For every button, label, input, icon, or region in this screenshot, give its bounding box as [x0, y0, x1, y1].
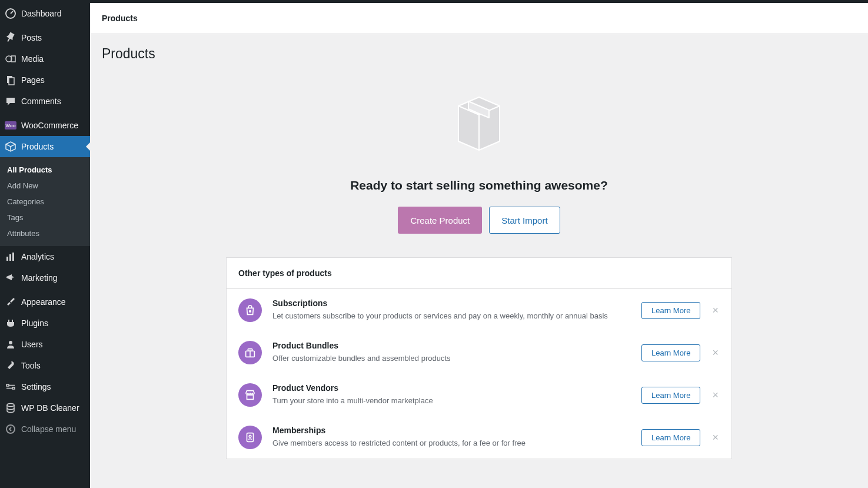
- dashboard-icon: [5, 8, 16, 19]
- svg-rect-19: [247, 395, 254, 399]
- svg-point-13: [7, 404, 14, 407]
- pin-icon: [5, 32, 16, 44]
- close-icon[interactable]: ×: [711, 390, 720, 400]
- page-title: Products: [102, 46, 856, 62]
- analytics-icon: [5, 251, 16, 263]
- other-products-panel: Other types of products Subscriptions Le…: [226, 257, 732, 459]
- submenu-categories[interactable]: Categories: [0, 194, 90, 210]
- svg-point-21: [249, 435, 251, 437]
- sidebar-item-marketing[interactable]: Marketing: [0, 267, 90, 288]
- sidebar-item-label: WooCommerce: [21, 121, 78, 130]
- bag-icon: [238, 298, 262, 322]
- product-type-desc: Turn your store into a multi-vendor mark…: [272, 395, 631, 407]
- product-type-title: Subscriptions: [272, 298, 631, 308]
- woo-icon: Woo: [5, 119, 16, 131]
- svg-rect-4: [9, 78, 14, 85]
- pages-icon: [5, 74, 16, 86]
- sidebar-item-label: Settings: [21, 382, 51, 391]
- sidebar-item-appearance[interactable]: Appearance: [0, 291, 90, 313]
- sidebar-item-wp-db-cleaner[interactable]: WP DB Cleaner: [0, 397, 90, 419]
- breadcrumb: Products: [102, 14, 138, 23]
- users-icon: [5, 338, 16, 350]
- sidebar-item-label: Pages: [21, 75, 45, 85]
- sidebar-item-woocommerce[interactable]: Woo WooCommerce: [0, 115, 90, 136]
- sidebar-item-dashboard[interactable]: Dashboard: [0, 3, 90, 24]
- plugins-icon: [5, 317, 16, 329]
- product-type-row: Product Bundles Offer customizable bundl…: [227, 331, 731, 374]
- sidebar-item-label: Analytics: [21, 252, 54, 261]
- collapse-icon: [5, 423, 16, 435]
- sidebar-item-label: Appearance: [21, 297, 66, 307]
- sidebar-item-label: Collapse menu: [21, 424, 76, 434]
- sidebar-item-label: Posts: [21, 33, 42, 42]
- comment-icon: [5, 95, 16, 107]
- sidebar-item-label: Plugins: [21, 318, 48, 328]
- submenu-all-products[interactable]: All Products: [0, 162, 90, 178]
- product-type-desc: Let customers subscribe to your products…: [272, 310, 631, 322]
- main-content: Products Products Ready to start selling…: [90, 3, 868, 488]
- appearance-icon: [5, 296, 16, 308]
- svg-rect-9: [6, 384, 9, 386]
- svg-point-8: [9, 341, 12, 344]
- sidebar-item-media[interactable]: Media: [0, 48, 90, 69]
- product-type-row: Memberships Give members access to restr…: [227, 416, 731, 459]
- submenu-add-new[interactable]: Add New: [0, 178, 90, 194]
- learn-more-button[interactable]: Learn More: [641, 302, 700, 319]
- sidebar-item-label: Users: [21, 340, 43, 349]
- sidebar-item-plugins[interactable]: Plugins: [0, 313, 90, 334]
- svg-rect-11: [12, 387, 15, 389]
- product-icon: [5, 141, 16, 152]
- product-type-desc: Offer customizable bundles and assembled…: [272, 353, 631, 364]
- db-icon: [5, 402, 16, 414]
- admin-sidebar: Dashboard Posts Media Pages Comments Woo: [0, 3, 90, 488]
- marketing-icon: [5, 272, 16, 284]
- learn-more-button[interactable]: Learn More: [641, 387, 700, 404]
- store-icon: [238, 383, 262, 407]
- empty-state: Ready to start selling something awesome…: [226, 85, 732, 234]
- tools-icon: [5, 360, 16, 371]
- media-icon: [5, 53, 16, 65]
- sidebar-item-comments[interactable]: Comments: [0, 91, 90, 112]
- learn-more-button[interactable]: Learn More: [641, 429, 700, 446]
- sidebar-item-posts[interactable]: Posts: [0, 27, 90, 48]
- close-icon[interactable]: ×: [711, 347, 720, 358]
- svg-rect-17: [248, 349, 252, 351]
- svg-point-14: [6, 425, 15, 433]
- empty-box-icon: [447, 85, 511, 162]
- product-type-title: Product Bundles: [272, 341, 631, 350]
- sidebar-item-tools[interactable]: Tools: [0, 355, 90, 376]
- sidebar-item-label: WP DB Cleaner: [21, 403, 79, 413]
- product-type-row: Product Vendors Turn your store into a m…: [227, 374, 731, 416]
- product-type-title: Memberships: [272, 426, 631, 435]
- learn-more-button[interactable]: Learn More: [641, 344, 700, 361]
- sidebar-item-users[interactable]: Users: [0, 334, 90, 355]
- bundle-icon: [238, 341, 262, 364]
- settings-icon: [5, 381, 16, 393]
- close-icon[interactable]: ×: [711, 305, 720, 316]
- header-bar: Products: [90, 3, 868, 34]
- panel-title: Other types of products: [227, 258, 731, 289]
- sidebar-item-label: Marketing: [21, 273, 57, 283]
- sidebar-item-products[interactable]: Products: [0, 136, 90, 157]
- sidebar-item-settings[interactable]: Settings: [0, 376, 90, 397]
- sidebar-item-collapse[interactable]: Collapse menu: [0, 419, 90, 440]
- submenu-tags[interactable]: Tags: [0, 210, 90, 225]
- close-icon[interactable]: ×: [711, 432, 720, 443]
- start-import-button[interactable]: Start Import: [489, 207, 560, 234]
- sidebar-item-pages[interactable]: Pages: [0, 69, 90, 91]
- submenu-attributes[interactable]: Attributes: [0, 225, 90, 241]
- sidebar-item-label: Dashboard: [21, 9, 62, 18]
- sidebar-item-analytics[interactable]: Analytics: [0, 246, 90, 267]
- products-submenu: All Products Add New Categories Tags Att…: [0, 157, 90, 246]
- create-product-button[interactable]: Create Product: [398, 207, 482, 234]
- svg-point-15: [250, 310, 251, 312]
- sidebar-item-label: Comments: [21, 97, 61, 106]
- sidebar-item-label: Products: [21, 142, 54, 151]
- badge-icon: [238, 426, 262, 449]
- empty-headline: Ready to start selling something awesome…: [226, 178, 732, 192]
- product-type-title: Product Vendors: [272, 383, 631, 393]
- product-type-row: Subscriptions Let customers subscribe to…: [227, 289, 731, 331]
- svg-rect-6: [9, 254, 11, 261]
- svg-rect-5: [6, 257, 8, 261]
- product-type-desc: Give members access to restricted conten…: [272, 437, 631, 449]
